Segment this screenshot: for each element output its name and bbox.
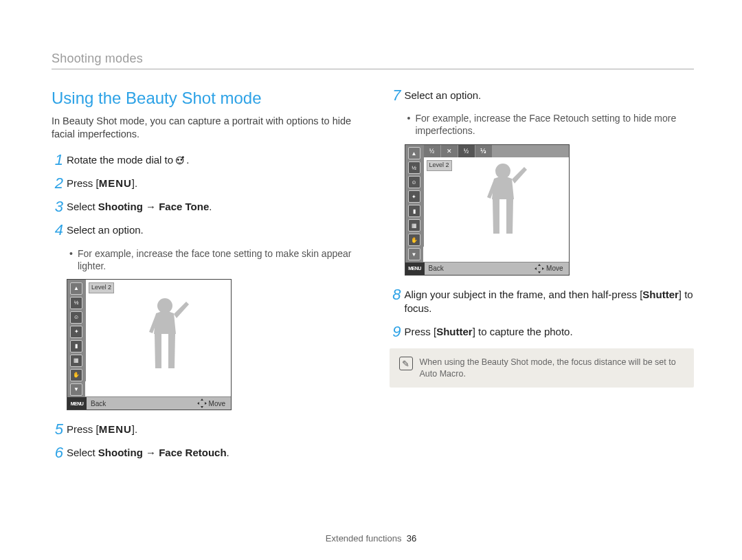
note-text: When using the Beauty Shot mode, the foc… (420, 357, 685, 379)
svg-marker-11 (535, 267, 537, 270)
step-text: Select an option. (405, 89, 482, 101)
scroll-up-icon: ▲ (408, 147, 420, 159)
step-number: 2 (48, 173, 63, 194)
step-1: 1 Rotate the mode dial to . (52, 153, 357, 167)
camera-top-area: ▲ ½ ☺ ✦ ▮ ▦ ✋ ▼ ½ ✕ ½ ⅓ (405, 145, 569, 262)
menu-label: MENU (99, 423, 132, 435)
svg-marker-4 (201, 399, 203, 401)
menu-back-icon: MENU (405, 262, 425, 275)
menu-path-face-retouch: Face Retouch (159, 447, 226, 458)
shutter-label: Shutter (436, 326, 473, 337)
step-9: 9 Press [Shutter] to capture the photo. (390, 325, 695, 339)
beauty-shot-mode-icon (176, 155, 186, 165)
level-indicator: Level 2 (89, 282, 114, 293)
menu-label: MENU (99, 177, 132, 189)
metering-icon: ▮ (408, 205, 420, 217)
step-6: 6 Select Shooting → Face Retouch. (52, 446, 357, 460)
note-box: ✎ When using the Beauty Shot mode, the f… (390, 348, 695, 388)
camera-preview-face-tone: ▲ ½ ☺ ✦ ▮ ▦ ✋ ▼ Level 2 (67, 279, 232, 410)
svg-marker-10 (538, 271, 541, 273)
menu-path-shooting: Shooting (98, 447, 143, 458)
step-4: 4 Select an option. (52, 223, 357, 237)
retouch-level-tabs: ½ ✕ ½ ⅓ (424, 145, 569, 157)
svg-marker-6 (197, 402, 199, 405)
arrow-icon: → (143, 447, 159, 458)
menu-path-face-tone: Face Tone (159, 201, 209, 212)
step-text: Select an option. (67, 224, 144, 236)
svg-marker-12 (542, 267, 544, 270)
step-text-end: ] to capture the photo. (473, 326, 573, 337)
metering-icon: ▮ (70, 340, 82, 352)
arrow-icon: → (143, 201, 159, 212)
scroll-up-icon: ▲ (70, 282, 82, 295)
flash-icon: ✦ (408, 190, 420, 203)
step-text: Press [ (405, 326, 437, 337)
level-2-tab: ½ (458, 145, 475, 157)
camera-viewport: Level 2 (85, 280, 231, 381)
two-column-layout: Using the Beauty Shot mode In Beauty Sho… (52, 89, 694, 470)
camera-side-icons: ▲ ½ ☺ ✦ ▮ ▦ ✋ ▼ (67, 280, 85, 396)
back-label: Back (87, 400, 197, 407)
step-text: Align your subject in the frame, and the… (405, 289, 643, 300)
camera-viewport: ½ ✕ ½ ⅓ Level 2 (423, 145, 569, 247)
stabilizer-icon: ✋ (408, 234, 420, 246)
level-indicator: Level 2 (427, 160, 452, 171)
resolution-icon: ▦ (70, 355, 82, 367)
note-icon: ✎ (399, 357, 413, 370)
page-footer: Extended functions 36 (0, 533, 742, 544)
camera-bottom-bar: MENU Back Move (405, 262, 569, 275)
subject-silhouette-icon (141, 295, 189, 377)
face-retouch-level-icon: ½ (408, 161, 420, 174)
svg-marker-7 (205, 402, 207, 405)
step-number: 8 (386, 284, 401, 305)
move-dpad-icon (197, 399, 207, 408)
level-3-tab: ⅓ (475, 145, 492, 157)
step-text: Press [ (67, 423, 99, 435)
step-7: 7 Select an option. (390, 89, 695, 102)
stabilizer-icon: ✋ (70, 369, 82, 381)
step-text: Rotate the mode dial to (67, 154, 176, 166)
camera-bottom-bar: MENU Back Move (67, 396, 231, 410)
svg-point-1 (177, 159, 179, 161)
scroll-down-icon: ▼ (408, 248, 420, 260)
step-text-end: . (186, 154, 189, 166)
manual-page: Shooting modes Using the Beauty Shot mod… (0, 0, 742, 560)
back-label: Back (425, 265, 535, 272)
page-title: Using the Beauty Shot mode (52, 89, 357, 108)
svg-marker-5 (201, 406, 203, 408)
menu-path-shooting: Shooting (98, 201, 143, 212)
step-5: 5 Press [MENU]. (52, 423, 357, 436)
scroll-down-icon: ▼ (70, 383, 82, 396)
step-text: Select (67, 201, 98, 212)
step-number: 4 (48, 220, 63, 240)
move-label: Move (209, 400, 231, 407)
step-number: 5 (48, 419, 63, 440)
footer-label: Extended functions (326, 533, 402, 544)
face-detect-icon: ☺ (408, 176, 420, 188)
move-dpad-icon (535, 264, 544, 273)
camera-top-area: ▲ ½ ☺ ✦ ▮ ▦ ✋ ▼ Level 2 (67, 280, 231, 396)
resolution-icon: ▦ (408, 219, 420, 232)
step-4-bullet: For example, increase the face tone sett… (52, 247, 357, 272)
section-header: Shooting modes (52, 52, 694, 69)
intro-text: In Beauty Shot mode, you can capture a p… (52, 115, 357, 141)
move-label: Move (546, 265, 568, 272)
camera-preview-face-retouch: ▲ ½ ☺ ✦ ▮ ▦ ✋ ▼ ½ ✕ ½ ⅓ (405, 144, 570, 276)
page-number: 36 (407, 533, 416, 544)
step-8: 8 Align your subject in the frame, and t… (390, 288, 695, 316)
svg-point-3 (157, 298, 172, 313)
left-column: Using the Beauty Shot mode In Beauty Sho… (52, 89, 357, 470)
flash-icon: ✦ (70, 326, 82, 338)
step-text: Press [ (67, 177, 99, 189)
step-number: 1 (48, 150, 63, 170)
camera-side-icons: ▲ ½ ☺ ✦ ▮ ▦ ✋ ▼ (405, 145, 423, 262)
right-column: 7 Select an option. For example, increas… (390, 89, 695, 470)
step-number: 9 (386, 322, 401, 342)
step-3: 3 Select Shooting → Face Tone. (52, 200, 357, 214)
svg-point-8 (495, 164, 510, 179)
step-number: 3 (48, 197, 63, 217)
level-0-tab: ½ (424, 145, 440, 157)
subject-silhouette-icon (479, 160, 527, 243)
step-text-end: . (227, 447, 229, 458)
step-7-bullet: For example, increase the Face Retouch s… (390, 112, 695, 137)
